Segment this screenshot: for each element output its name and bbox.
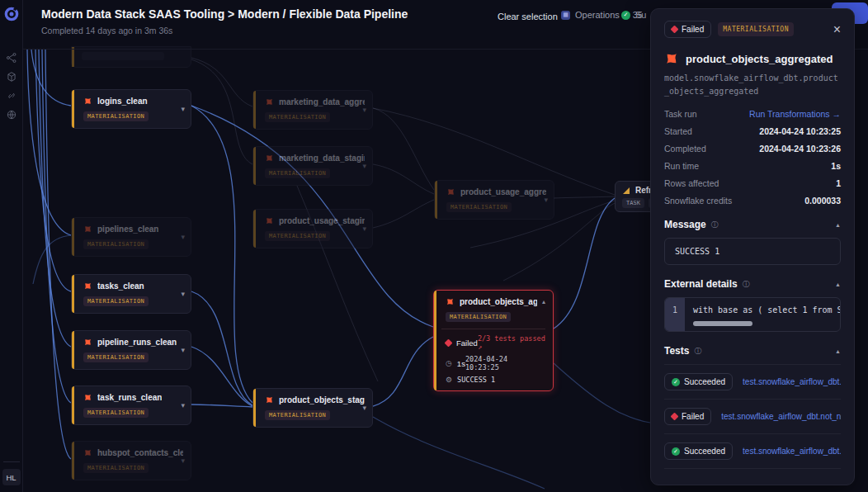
- chevron-down-icon[interactable]: ▾: [181, 457, 185, 465]
- chevron-down-icon[interactable]: ▾: [362, 106, 366, 114]
- materialisation-badge: MATERIALISATION: [83, 239, 149, 249]
- dbt-icon: [82, 280, 95, 293]
- detail-label: Run time: [664, 161, 699, 171]
- materialisation-badge: MATERIALISATION: [718, 22, 794, 36]
- node-label: product_usage_aggregated: [460, 187, 546, 196]
- node-label: task_runs_clean: [97, 393, 162, 402]
- dbt-icon: [82, 223, 95, 236]
- line-number: 1: [665, 298, 685, 331]
- external-arrow-icon: ↗: [478, 343, 482, 351]
- node-tasks-clean[interactable]: tasks_clean ▾ MATERIALISATION: [71, 274, 191, 314]
- external-details-heading: External details: [664, 278, 738, 290]
- chevron-down-icon[interactable]: ▾: [181, 346, 185, 354]
- cube-icon[interactable]: [6, 71, 17, 83]
- node-label: product_objects_aggregated: [460, 297, 537, 306]
- gear-icon: ⚙: [446, 376, 452, 384]
- tests-summary-link[interactable]: 2/3 tests passed ↗: [478, 334, 545, 351]
- collapse-icon[interactable]: ▲: [835, 348, 841, 354]
- detail-label: Task run: [664, 109, 697, 119]
- node-product-objects-aggregated-selected[interactable]: product_objects_aggregated ▴ MATERIALISA…: [433, 290, 554, 391]
- test-link[interactable]: test.snowflake_airflow_dbt.not_null_pr: [743, 447, 841, 456]
- dbt-icon: [82, 95, 95, 108]
- node-pipelines-clean[interactable]: pipelines_clean ▾ MATERIALISATION: [71, 217, 191, 257]
- detail-value: 2024-04-24 10:23:26: [759, 144, 841, 154]
- dbt-icon: [82, 336, 95, 349]
- sidebar: HL: [0, 0, 23, 492]
- node-hubspot-contacts-clean[interactable]: hubspot_contacts_clean ▾ MATERIALISATION: [71, 441, 191, 480]
- detail-value: 1s: [831, 161, 841, 171]
- run-status-subtitle: Completed 14 days ago in 3m 36s: [41, 26, 172, 35]
- tests-heading: Tests: [664, 345, 689, 357]
- info-icon[interactable]: ⓘ: [694, 346, 701, 357]
- chevron-down-icon[interactable]: ▾: [181, 105, 185, 113]
- node-logins-clean[interactable]: logins_clean ▾ MATERIALISATION: [71, 89, 191, 129]
- node-marketing-data-aggregated[interactable]: marketing_data_aggregated ▾ MATERIALISAT…: [252, 90, 373, 130]
- chevron-down-icon[interactable]: ▾: [181, 401, 185, 409]
- node-product-usage-aggregated[interactable]: product_usage_aggregated ▾ MATERIALISATI…: [434, 180, 554, 220]
- details-panel: Failed MATERIALISATION × product_objects…: [650, 8, 855, 485]
- node-label: product_objects_staging: [279, 395, 365, 404]
- node-product-objects-staging[interactable]: product_objects_staging ▾ MATERIALISATIO…: [252, 388, 373, 428]
- materialisation-badge: MATERIALISATION: [83, 408, 149, 418]
- chart-icon: [622, 187, 630, 195]
- check-circle-icon: ✓: [621, 11, 630, 20]
- link-icon[interactable]: [6, 90, 17, 102]
- node-product-usage-staging[interactable]: product_usage_staging ▾ MATERIALISATION: [252, 209, 373, 248]
- chevron-up-icon[interactable]: ▴: [542, 298, 545, 305]
- detail-label: Started: [664, 126, 692, 136]
- chevron-down-icon[interactable]: ▾: [181, 290, 185, 298]
- node-marketing-data-staging[interactable]: marketing_data_staging ▾ MATERIALISATION: [252, 146, 373, 186]
- collapse-icon[interactable]: ▲: [835, 222, 841, 228]
- run-transformations-link[interactable]: Run Transformations →: [749, 109, 841, 119]
- clock-icon: ◷: [446, 359, 452, 367]
- dbt-icon: [263, 394, 276, 407]
- test-link[interactable]: test.snowflake_airflow_dbt.not_null_pr: [721, 412, 841, 421]
- info-icon[interactable]: ⓘ: [711, 220, 719, 230]
- chevron-down-icon[interactable]: ▾: [544, 196, 548, 204]
- node-pipeline-runs-clean[interactable]: pipeline_runs_clean ▾ MATERIALISATION: [71, 330, 191, 370]
- status-badge: Failed: [664, 21, 711, 38]
- operations-icon: ▦: [561, 11, 570, 20]
- panel-title: product_objects_aggregated: [686, 53, 833, 65]
- materialisation-badge: MATERIALISATION: [265, 410, 330, 420]
- test-row: ✓ Succeeded test.snowflake_airflow_dbt.n…: [664, 434, 841, 469]
- chevron-down-icon[interactable]: ▾: [362, 162, 366, 170]
- dbt-icon: [444, 296, 457, 309]
- info-icon[interactable]: ⓘ: [743, 279, 750, 290]
- chevron-down-icon[interactable]: ▾: [181, 233, 185, 241]
- materialisation-badge: MATERIALISATION: [83, 111, 149, 121]
- dbt-icon: [82, 447, 95, 460]
- user-avatar[interactable]: HL: [2, 469, 21, 485]
- succeeded-filter-chip[interactable]: ✓ Su: [621, 10, 646, 20]
- node-label: marketing_data_staging: [279, 154, 365, 163]
- collapse-icon[interactable]: ▲: [835, 281, 841, 287]
- node-timestamp: 2024-04-24 10:23:25: [465, 355, 545, 371]
- message-content: SUCCESS 1: [664, 238, 841, 265]
- test-link[interactable]: test.snowflake_airflow_dbt.unique_pro: [743, 377, 841, 386]
- materialisation-badge: MATERIALISATION: [265, 168, 330, 178]
- check-circle-icon: ✓: [672, 447, 680, 456]
- chevron-down-icon[interactable]: ▾: [362, 404, 366, 412]
- model-path: model.snowflake_airflow_dbt.product_obje…: [664, 72, 841, 97]
- globe-icon[interactable]: [6, 109, 17, 121]
- node-task-runs-clean[interactable]: task_runs_clean ▾ MATERIALISATION: [71, 386, 191, 425]
- sidebar-divider: [3, 461, 20, 462]
- node-ghost-badge: [82, 52, 164, 60]
- detail-label: Snowflake credits: [664, 196, 732, 206]
- horizontal-scrollbar[interactable]: [693, 321, 752, 326]
- succeeded-label: Su: [635, 10, 646, 20]
- pipeline-graph-icon[interactable]: [6, 52, 17, 64]
- close-icon[interactable]: ×: [833, 23, 841, 36]
- detail-value: 2024-04-24 10:23:25: [759, 126, 841, 136]
- chevron-down-icon[interactable]: ▾: [362, 225, 366, 233]
- dbt-icon: [661, 48, 682, 69]
- materialisation-badge: MATERIALISATION: [83, 463, 149, 473]
- dbt-icon: [263, 96, 276, 109]
- test-row: Failed test.snowflake_airflow_dbt.not_nu…: [664, 400, 841, 434]
- check-circle-icon: ✓: [672, 378, 680, 386]
- dbt-icon: [445, 186, 458, 199]
- failed-diamond-icon: [445, 338, 453, 347]
- task-badge: TASK: [622, 198, 644, 208]
- clear-selection-button[interactable]: Clear selection: [498, 12, 558, 21]
- page-title: Modern Data Stack SAAS Tooling > Modern …: [41, 7, 408, 21]
